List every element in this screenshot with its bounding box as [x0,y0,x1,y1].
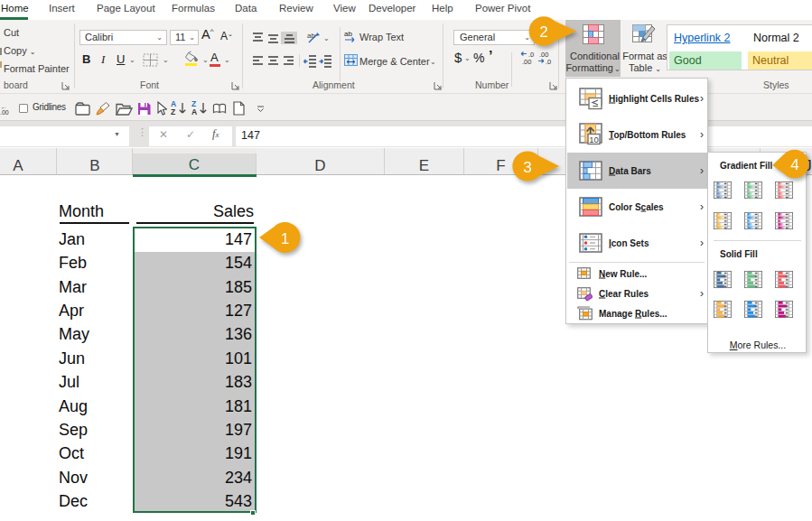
svg-text:1: 1 [281,230,289,247]
svg-text:.00: .00 [0,109,9,116]
svg-text:.00: .00 [522,58,531,65]
svg-text:10: 10 [589,135,599,144]
svg-text:ab: ab [344,30,352,38]
svg-text:3: 3 [523,159,531,176]
svg-text:2: 2 [539,23,547,41]
svg-text:.0: .0 [546,58,551,65]
svg-text:4: 4 [790,156,798,173]
svg-text:ab: ab [307,32,315,40]
